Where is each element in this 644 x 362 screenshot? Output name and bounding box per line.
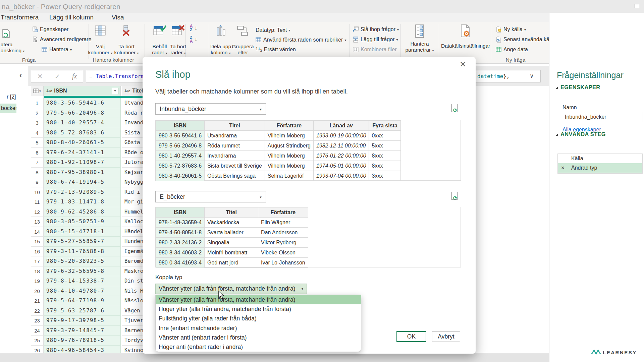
cell-isbn[interactable]: 980-5-15-47718-1 xyxy=(44,227,121,237)
table1-selector[interactable]: Inbundna_böcker ▾ xyxy=(155,103,266,115)
row-number[interactable]: 18 xyxy=(31,266,44,277)
row-number[interactable]: 5 xyxy=(31,138,44,148)
kombinera-filer-button[interactable]: Kombinera filer xyxy=(353,46,397,54)
row-number[interactable]: 16 xyxy=(31,247,44,257)
join-option[interactable]: Höger anti (enbart rader i andra) xyxy=(156,342,361,352)
sla-ihop-fragor-button[interactable]: Slå ihop frågor ▾ xyxy=(353,25,399,34)
table2-selector[interactable]: E_böcker ▾ xyxy=(155,191,266,202)
collapse-triangle-icon[interactable] xyxy=(555,86,558,89)
cell-isbn[interactable]: 980-3-85-50751-9 xyxy=(44,217,121,227)
row-number[interactable]: 13 xyxy=(31,217,44,227)
cell-isbn[interactable]: 980-8-40-26061-5 xyxy=(44,138,121,148)
cell-isbn[interactable]: 979-6-24-37141-1 xyxy=(44,148,121,158)
applied-steps-section-header[interactable]: ANVÄNDA STEG xyxy=(560,131,606,137)
row-number[interactable]: 7 xyxy=(31,158,44,168)
row-number[interactable]: 2 xyxy=(31,108,44,118)
query-name-input[interactable]: Inbundna_böcker xyxy=(562,112,643,122)
tab-transformera[interactable]: Transformera xyxy=(1,14,39,21)
valj-kolumner-button[interactable]: Väljkolumner ▾ xyxy=(88,25,113,36)
dela-upp-kolumn-button[interactable]: Dela uppkolumn ▾ xyxy=(208,25,233,37)
cell-isbn[interactable]: 979-1-83-11471-8 xyxy=(44,197,121,207)
query-list-item-selected[interactable]: böcker xyxy=(0,104,16,113)
egenskaper-button[interactable]: Egenskaper xyxy=(32,25,68,34)
datatyp-button[interactable]: Datatyp: Text ▾ xyxy=(256,26,290,34)
join-option[interactable]: Inre (enbart matchande rader) xyxy=(156,323,361,333)
horizontal-scroll-area[interactable] xyxy=(0,353,549,362)
cell-isbn[interactable]: 979-8-14-15338-7 xyxy=(44,276,121,286)
cell-isbn[interactable]: 980-1-92-11098-7 xyxy=(44,158,121,168)
row-number[interactable]: 14 xyxy=(31,227,44,237)
cell-isbn[interactable]: 979-5-66-20496-8 xyxy=(44,108,121,118)
cell-isbn[interactable]: 979-5-64-77198-9 xyxy=(44,296,121,306)
cell-isbn[interactable]: 980-5-72-87683-6 xyxy=(44,128,121,138)
join-option[interactable]: Vänster anti (enbart rader i första) xyxy=(156,333,361,342)
row-number[interactable]: 3 xyxy=(31,118,44,128)
cell-isbn[interactable]: 979-6-32-56595-8 xyxy=(44,266,121,277)
cell-isbn[interactable]: 980-1-40-29557-4 xyxy=(44,118,121,128)
row-number[interactable]: 15 xyxy=(31,237,44,247)
cell-isbn[interactable]: 979-9-17-39798-5 xyxy=(44,316,121,326)
properties-section-header[interactable]: EGENSKAPER xyxy=(560,84,600,90)
ny-kalla-button[interactable]: Ny källa ▾ xyxy=(496,25,526,34)
row-number[interactable]: 8 xyxy=(31,168,44,178)
row-number[interactable]: 25 xyxy=(31,336,44,346)
cell-isbn[interactable]: 979-3-79-14845-7 xyxy=(44,326,121,336)
lagg-till-fragor-button[interactable]: Lägg till frågor ▾ xyxy=(353,36,398,44)
cell-isbn[interactable]: 980-9-76-78918-5 xyxy=(44,336,121,346)
cell-isbn[interactable]: 980-3-56-59441-6 xyxy=(44,98,121,108)
formula-expand-chevron[interactable]: ∨ xyxy=(530,72,534,79)
cell-isbn[interactable]: 979-5-27-55859-7 xyxy=(44,237,121,247)
filter-button[interactable]: ▾ xyxy=(112,88,118,94)
ange-data-button[interactable]: Ange data xyxy=(496,46,528,54)
row-number[interactable]: 24 xyxy=(31,326,44,336)
ta-bort-kolumner-button[interactable]: Ta bortkolumner ▾ xyxy=(114,25,139,36)
close-icon[interactable]: ✕ xyxy=(460,60,466,69)
refresh-preview-button[interactable]: atera anskning ▾ xyxy=(1,28,24,54)
row-number[interactable]: 23 xyxy=(31,316,44,326)
join-option[interactable]: Vänster ytter (alla från första, matchan… xyxy=(156,295,361,304)
join-option[interactable]: Fullständig ytter (alla rader från båda) xyxy=(156,314,361,323)
row-number[interactable]: 10 xyxy=(31,187,44,197)
sort-ascending-button[interactable]: AZ ↓ xyxy=(190,24,197,32)
anvand-forsta-raden-button[interactable]: Använd första raden som rubriker ▾ xyxy=(256,36,346,44)
formula-cancel-icon[interactable]: ✕ xyxy=(37,72,43,80)
row-number[interactable]: 1 xyxy=(31,98,44,108)
row-number[interactable]: 21 xyxy=(31,296,44,306)
applied-step[interactable]: Källa xyxy=(558,154,642,163)
row-number[interactable]: 19 xyxy=(31,276,44,286)
collapse-pane-icon[interactable]: ‹ xyxy=(19,71,22,80)
row-number[interactable]: 4 xyxy=(31,128,44,138)
row-number[interactable]: 12 xyxy=(31,207,44,217)
column-header-isbn[interactable]: AABCᴮᴄ ISBN ▾ xyxy=(44,86,121,96)
ok-button[interactable]: OK xyxy=(396,331,426,342)
datakallsinstallningar-button[interactable]: ⚙ Datakällsinställningar xyxy=(452,24,479,38)
cell-isbn[interactable]: 979-5-63-25787-6 xyxy=(44,306,121,316)
sort-descending-button[interactable]: ZA ↓ xyxy=(190,36,197,44)
delete-step-icon[interactable]: ✕ xyxy=(560,163,566,173)
hantera-button[interactable]: Hantera ▾ xyxy=(42,46,72,54)
cancel-button[interactable]: Avbryt xyxy=(432,331,460,342)
applied-step[interactable]: ✕Ändrad typ xyxy=(558,163,642,173)
select-all-header[interactable]: ▾ xyxy=(31,86,44,96)
join-option[interactable]: Höger ytter (alla från andra, matchande … xyxy=(156,304,361,314)
row-number[interactable]: 17 xyxy=(31,256,44,266)
ersatt-varden-button[interactable]: 1⤵2 Ersätt värden xyxy=(256,46,296,54)
cell-isbn[interactable]: 979-3-11-76588-8 xyxy=(44,247,121,257)
cell-isbn[interactable]: 980-5-20-38923-5 xyxy=(44,256,121,266)
fx-icon[interactable]: fx xyxy=(72,72,77,80)
gruppera-efter-button[interactable]: Grupperaefter xyxy=(230,25,256,37)
row-number[interactable]: 9 xyxy=(31,177,44,187)
join-kind-select[interactable]: Vänster ytter (alla från första, matchan… xyxy=(155,284,307,294)
row-number[interactable]: 6 xyxy=(31,148,44,158)
row-number[interactable]: 22 xyxy=(31,306,44,316)
cell-isbn[interactable]: 979-2-13-92089-5 xyxy=(44,187,121,197)
tab-visa[interactable]: Visa xyxy=(112,14,124,21)
formula-accept-icon[interactable]: ✓ xyxy=(55,72,60,80)
cell-isbn[interactable]: 980-7-95-38980-1 xyxy=(44,168,121,178)
avancerad-redigerare-button[interactable]: Avancerad redigerare xyxy=(32,36,92,44)
tab-lagg-till-kolumn[interactable]: Lägg till kolumn xyxy=(49,14,94,21)
hantera-parametrar-button[interactable]: Hanteraparametrar ▾ xyxy=(407,24,432,38)
cell-isbn[interactable]: 980-9-62-45286-8 xyxy=(44,207,121,217)
cell-isbn[interactable]: 980-6-74-19194-5 xyxy=(44,177,121,187)
ta-bort-rader-button[interactable]: Ta bortrader ▾ xyxy=(165,25,191,36)
